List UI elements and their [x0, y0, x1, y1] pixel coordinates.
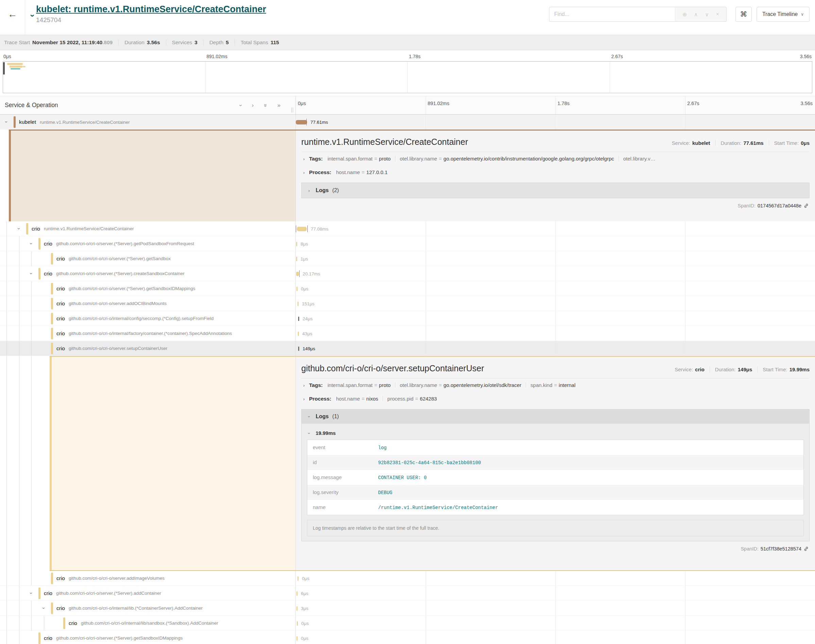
span-expander-icon[interactable]: ›: [29, 271, 34, 276]
span-name-cell[interactable]: ›kubeletruntime.v1.RuntimeService/Create…: [0, 115, 296, 130]
logs-toggle[interactable]: › Logs (2): [301, 182, 810, 198]
span-row[interactable]: criogithub.com/cri-o/cri-o/internal/conf…: [0, 311, 815, 326]
span-row[interactable]: criogithub.com/cri-o/cri-o/internal/lib/…: [0, 616, 815, 631]
minimap-canvas[interactable]: [3, 61, 812, 93]
minimap-scrubber-handle[interactable]: [3, 62, 5, 74]
span-duration-bar[interactable]: [297, 577, 299, 581]
collapse-all-icon[interactable]: »: [264, 102, 267, 109]
next-result-icon[interactable]: ∨: [705, 11, 709, 18]
find-input[interactable]: [549, 7, 675, 22]
span-name-cell[interactable]: criogithub.com/cri-o/cri-o/internal/fact…: [0, 326, 296, 341]
chevron-right-icon: ›: [302, 396, 306, 402]
span-timeline-cell[interactable]: 0μs: [296, 631, 815, 644]
span-row[interactable]: criogithub.com/cri-o/cri-o/server.(*Serv…: [0, 631, 815, 644]
span-duration-bar[interactable]: [296, 272, 299, 276]
span-name-cell[interactable]: criogithub.com/cri-o/cri-o/server.(*Serv…: [0, 251, 296, 266]
span-duration-bar[interactable]: [296, 242, 297, 246]
span-expander-icon[interactable]: ›: [4, 119, 9, 125]
span-timeline-cell[interactable]: 20.17ms: [296, 266, 815, 281]
span-name-cell[interactable]: criogithub.com/cri-o/cri-o/server.(*Serv…: [0, 281, 296, 296]
deep-link-icon[interactable]: [803, 546, 809, 552]
trace-view-selector[interactable]: Trace Timeline ∨: [757, 7, 810, 22]
span-duration-bar[interactable]: [297, 606, 297, 611]
span-timeline-cell[interactable]: 6μs: [296, 586, 815, 601]
span-duration-bar[interactable]: [296, 120, 307, 124]
command-icon: ⌘: [740, 10, 747, 18]
span-name-cell[interactable]: criogithub.com/cri-o/cri-o/server.setupC…: [0, 341, 296, 356]
span-row[interactable]: ›kubeletruntime.v1.RuntimeService/Create…: [0, 115, 815, 130]
operation-name: github.com/cri-o/cri-o/internal/lib/sand…: [81, 621, 218, 626]
expand-one-icon[interactable]: ›: [251, 102, 254, 109]
span-timeline-cell[interactable]: 8μs: [296, 236, 815, 251]
back-button[interactable]: ←: [0, 0, 25, 35]
span-timeline-cell[interactable]: 149μs: [296, 341, 815, 356]
trace-title-link[interactable]: kubelet: runtime.v1.RuntimeService/Creat…: [36, 3, 266, 15]
tags-row[interactable]: › Tags: internal.span.format=protootel.l…: [301, 152, 810, 166]
span-timeline-cell[interactable]: 151μs: [296, 296, 815, 311]
locate-icon[interactable]: ⊕: [682, 11, 687, 18]
collapse-one-icon[interactable]: ›: [240, 102, 242, 109]
span-expander-icon[interactable]: ›: [41, 605, 46, 611]
process-row[interactable]: › Process: host.name=127.0.0.1: [301, 166, 810, 179]
span-row[interactable]: criogithub.com/cri-o/cri-o/server.addOCI…: [0, 296, 815, 311]
span-timeline-cell[interactable]: 1μs: [296, 251, 815, 266]
clear-search-icon[interactable]: ×: [716, 11, 719, 17]
span-duration-bar[interactable]: [297, 287, 297, 291]
timeline-ticks-header: 0μs891.02ms1.78s2.67s3.56s: [296, 96, 815, 114]
span-row[interactable]: criogithub.com/cri-o/cri-o/server.(*Serv…: [0, 281, 815, 296]
span-duration-bar[interactable]: [297, 302, 299, 306]
span-name-cell[interactable]: ›criogithub.com/cri-o/cri-o/internal/lib…: [0, 601, 296, 615]
span-timeline-cell[interactable]: 77.61ms: [296, 115, 815, 130]
timeline-minimap: 0μs891.02ms1.78s2.67s3.56s: [0, 50, 815, 96]
logs-toggle[interactable]: › Logs (1): [302, 409, 809, 424]
timeline-grid-header: Service & Operation › › » » 0μs891.02ms1…: [0, 96, 815, 115]
prev-result-icon[interactable]: ∧: [694, 11, 698, 18]
span-expander-icon[interactable]: ›: [29, 590, 34, 596]
span-row[interactable]: criogithub.com/cri-o/cri-o/internal/fact…: [0, 326, 815, 341]
span-duration-label: 6μs: [301, 590, 308, 596]
span-name-cell[interactable]: criogithub.com/cri-o/cri-o/server.(*Serv…: [0, 631, 296, 644]
span-row[interactable]: ›criogithub.com/cri-o/cri-o/internal/lib…: [0, 601, 815, 616]
span-timeline-cell[interactable]: 0μs: [296, 281, 815, 296]
span-timeline-cell[interactable]: 0μs: [296, 616, 815, 630]
span-duration-bar[interactable]: [296, 257, 297, 261]
keyboard-shortcuts-button[interactable]: ⌘: [735, 7, 752, 22]
span-timeline-cell[interactable]: 43μs: [296, 326, 815, 341]
span-duration-bar[interactable]: [297, 227, 307, 231]
span-duration-bar[interactable]: [298, 347, 299, 351]
collapse-trace-icon[interactable]: ›: [28, 14, 37, 17]
expand-all-icon[interactable]: »: [277, 102, 280, 109]
span-row[interactable]: criogithub.com/cri-o/cri-o/server.(*Serv…: [0, 251, 815, 266]
span-expander-icon[interactable]: ›: [17, 226, 21, 232]
span-name-cell[interactable]: ›criogithub.com/cri-o/cri-o/server.(*Ser…: [0, 236, 296, 251]
span-expander-icon[interactable]: ›: [29, 241, 34, 247]
log-entry-toggle[interactable]: › 19.99ms: [307, 427, 804, 440]
span-duration-bar[interactable]: [298, 317, 299, 321]
span-row[interactable]: criogithub.com/cri-o/cri-o/server.addIma…: [0, 571, 815, 586]
tags-row[interactable]: › Tags: internal.span.format=protootel.l…: [301, 379, 810, 392]
span-name-cell[interactable]: ›criogithub.com/cri-o/cri-o/server.(*Ser…: [0, 586, 296, 601]
span-duration-bar[interactable]: [297, 636, 297, 641]
span-row[interactable]: ›criogithub.com/cri-o/cri-o/server.(*Ser…: [0, 586, 815, 601]
span-name-cell[interactable]: criogithub.com/cri-o/cri-o/internal/lib/…: [0, 616, 296, 630]
span-name-cell[interactable]: ›criogithub.com/cri-o/cri-o/server.(*Ser…: [0, 266, 296, 281]
span-row[interactable]: ›criogithub.com/cri-o/cri-o/server.(*Ser…: [0, 236, 815, 251]
process-row[interactable]: › Process: host.name=nixosprocess.pid=62…: [301, 392, 810, 406]
span-name-cell[interactable]: criogithub.com/cri-o/cri-o/internal/conf…: [0, 311, 296, 326]
span-duration-bar[interactable]: [297, 621, 298, 626]
summary-item: Duration3.56s: [118, 40, 160, 46]
span-row[interactable]: ›crioruntime.v1.RuntimeService/CreateCon…: [0, 221, 815, 236]
span-name-cell[interactable]: criogithub.com/cri-o/cri-o/server.addOCI…: [0, 296, 296, 311]
span-row[interactable]: ›criogithub.com/cri-o/cri-o/server.(*Ser…: [0, 266, 815, 281]
span-duration-bar[interactable]: [298, 331, 299, 336]
span-timeline-cell[interactable]: 24μs: [296, 311, 815, 326]
span-timeline-cell[interactable]: 0μs: [296, 571, 815, 586]
span-duration-bar[interactable]: [297, 591, 297, 596]
span-timeline-cell[interactable]: 77.08ms: [296, 221, 815, 236]
column-resize-grip[interactable]: [291, 107, 293, 112]
span-name-cell[interactable]: ›crioruntime.v1.RuntimeService/CreateCon…: [0, 221, 296, 236]
span-timeline-cell[interactable]: 3μs: [296, 601, 815, 615]
span-name-cell[interactable]: criogithub.com/cri-o/cri-o/server.addIma…: [0, 571, 296, 586]
deep-link-icon[interactable]: [803, 203, 809, 209]
span-row[interactable]: criogithub.com/cri-o/cri-o/server.setupC…: [0, 341, 815, 356]
